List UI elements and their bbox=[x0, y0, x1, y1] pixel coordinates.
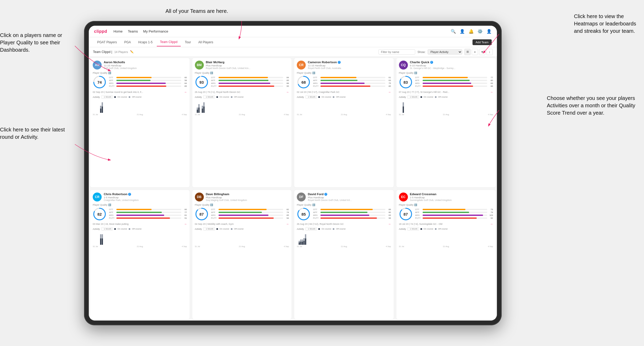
latest-round[interactable]: 18 Jul 23 | 74 (+4), Sunningdale GC - Ol… bbox=[399, 222, 493, 226]
stat-label: OTT bbox=[109, 76, 115, 79]
edit-icon[interactable]: ✏️ bbox=[130, 50, 134, 54]
player-avatar: EC bbox=[399, 193, 408, 201]
stat-label: PUTT bbox=[211, 85, 217, 87]
annotation-left-name: Click on a players name or Player Qualit… bbox=[0, 31, 74, 54]
player-name[interactable]: Cameron Robertson ✓ bbox=[308, 61, 391, 64]
on-course-dot bbox=[420, 96, 422, 98]
stat-row: OTT 77 bbox=[415, 76, 493, 79]
score-value: 87 bbox=[199, 212, 204, 216]
circle-score[interactable]: 93 bbox=[195, 75, 209, 89]
player-card[interactable]: AN Aaron Nicholls 11-15 Handicap Drift G… bbox=[90, 58, 190, 188]
score-value: 74 bbox=[97, 80, 102, 84]
settings-icon[interactable]: ⚙️ bbox=[477, 29, 483, 34]
filter-button[interactable]: ▼ bbox=[479, 49, 485, 55]
latest-round[interactable]: 07 Aug 23 | 77 (+7), St George's Hill GC… bbox=[399, 91, 493, 94]
player-card[interactable]: DF David Ford ✓ Plus Handicap Royal Nort… bbox=[294, 190, 394, 320]
player-card[interactable]: DB Dave Billingham Plus Handicap Soq Mag… bbox=[192, 190, 292, 320]
stats-bars: OTT 89 APP 80 ARG 83 PUTT 96 bbox=[313, 208, 391, 220]
activity-period[interactable]: · 1 Month bbox=[407, 227, 419, 231]
latest-round-arrow[interactable]: → bbox=[490, 222, 493, 226]
latest-round-text: 07 Aug 23 | 77 (+7), St George's Hill GC… bbox=[399, 91, 449, 93]
latest-round[interactable]: 04 Sep 23 | Mobility with coach, Gym → bbox=[195, 222, 289, 226]
player-card[interactable]: CR Chris Robertson ✓ 1-5 Handicap Craigm… bbox=[90, 190, 190, 320]
latest-round-arrow[interactable]: → bbox=[286, 91, 289, 94]
mini-chart bbox=[297, 100, 391, 113]
activity-period[interactable]: · 1 Month bbox=[101, 95, 113, 99]
player-card[interactable]: CQ Charlie Quick ✓ 6-10 Handicap St. Geo… bbox=[396, 58, 496, 188]
player-name[interactable]: Edward Crossman bbox=[410, 193, 493, 196]
user-icon[interactable]: 👤 bbox=[460, 29, 465, 34]
stat-bar-bg bbox=[116, 83, 181, 84]
stat-bar-bg bbox=[219, 209, 283, 210]
nav-home[interactable]: Home bbox=[113, 28, 123, 34]
subnav-all-players[interactable]: All Players bbox=[195, 38, 216, 46]
latest-round-arrow[interactable]: → bbox=[184, 91, 187, 94]
grid-view-button[interactable]: ⊞ bbox=[464, 49, 471, 55]
player-card[interactable]: EC Edward Crossman 1-5 Handicap Sunningd… bbox=[396, 190, 496, 320]
stat-value: 86 bbox=[488, 85, 493, 87]
player-name[interactable]: Chris Robertson ✓ bbox=[104, 193, 187, 196]
stat-bar-bg bbox=[116, 80, 181, 81]
player-name[interactable]: Aaron Nicholls bbox=[104, 61, 187, 64]
activity-period[interactable]: · 1 Month bbox=[203, 95, 215, 99]
stat-bar-bg bbox=[116, 217, 181, 219]
subnav-pga[interactable]: PGA bbox=[121, 38, 134, 46]
latest-round[interactable]: 02 Sep 23 | Sunrise round to get back in… bbox=[93, 91, 187, 94]
stat-value: 85 bbox=[386, 85, 391, 87]
player-name[interactable]: Dave Billingham bbox=[206, 193, 289, 196]
activity-period[interactable]: · 1 Month bbox=[101, 227, 113, 231]
player-name[interactable]: Blair McHarg bbox=[206, 61, 289, 64]
latest-round-arrow[interactable]: → bbox=[490, 91, 493, 94]
latest-round-text: 02 Jul 23 | 59 (+17), Craigmillar Park G… bbox=[297, 91, 340, 93]
activity-period[interactable]: · 1 Month bbox=[305, 95, 317, 99]
sort-button[interactable]: ↕ bbox=[486, 49, 493, 55]
player-card[interactable]: BM Blair McHarg Plus Handicap Royal Nort… bbox=[192, 58, 292, 188]
nav-performance[interactable]: My Performance bbox=[143, 28, 168, 34]
search-icon[interactable]: 🔍 bbox=[451, 29, 456, 34]
add-team-button[interactable]: Add Team bbox=[472, 39, 492, 45]
circle-score[interactable]: 74 bbox=[93, 75, 106, 89]
latest-round-arrow[interactable]: → bbox=[286, 222, 289, 226]
latest-round[interactable]: 02 Jul 23 | 59 (+17), Craigmillar Park G… bbox=[297, 91, 391, 94]
subnav-team-clippd[interactable]: Team Clippd bbox=[157, 38, 181, 46]
list-view-button[interactable]: ≡ bbox=[472, 49, 478, 55]
stat-row: ARG 83 bbox=[313, 214, 391, 216]
latest-round[interactable]: 26 Aug 23 | 73 (+1), Royal North Devon G… bbox=[195, 91, 289, 94]
circle-score[interactable]: 83 bbox=[399, 75, 413, 89]
player-club: Drift Golf Club, United Kingdom bbox=[104, 67, 187, 70]
subnav-pgat[interactable]: PGAT Players bbox=[94, 38, 120, 46]
filter-input[interactable] bbox=[378, 49, 415, 55]
stat-bar-bg bbox=[423, 217, 487, 219]
activity-period[interactable]: · 1 Month bbox=[203, 227, 215, 231]
circle-score[interactable]: 68 bbox=[297, 75, 310, 89]
chart-date-mid: 21 Aug bbox=[137, 245, 143, 248]
circle-score[interactable]: 85 bbox=[297, 207, 310, 221]
nav-icons: 🔍 👤 🔔 ⚙️ 👤 bbox=[451, 29, 492, 34]
quality-section: 82 OTT 60 APP 77 ARG 81 PUTT bbox=[93, 207, 187, 221]
stat-label: APP bbox=[415, 79, 422, 82]
avatar-icon[interactable]: 👤 bbox=[486, 29, 492, 34]
bell-icon[interactable]: 🔔 bbox=[469, 29, 474, 34]
chart-date-start: 31 Jul bbox=[399, 245, 404, 248]
circle-score[interactable]: 87 bbox=[195, 207, 209, 221]
player-name[interactable]: David Ford ✓ bbox=[308, 193, 391, 196]
show-select[interactable]: Player Activity Quality Score Trend bbox=[428, 49, 462, 55]
latest-round-arrow[interactable]: → bbox=[388, 222, 391, 226]
latest-round[interactable]: 03 Mar 23 | 19, Must make putting → bbox=[93, 222, 187, 226]
mini-chart bbox=[399, 232, 493, 245]
player-name[interactable]: Charlie Quick ✓ bbox=[410, 61, 493, 64]
activity-period[interactable]: · 1 Month bbox=[305, 227, 317, 231]
chart-dates: 31 Jul 21 Aug 4 Sep bbox=[399, 245, 493, 248]
circle-score[interactable]: 82 bbox=[93, 207, 106, 221]
nav-teams[interactable]: Teams bbox=[128, 28, 138, 34]
latest-round[interactable]: 26 Aug 23 | 84 (+12), Royal North Devon … bbox=[297, 222, 391, 226]
subnav-hcaps[interactable]: Hcaps 1-5 bbox=[135, 38, 156, 46]
subnav-tour[interactable]: Tour bbox=[182, 38, 194, 46]
latest-round-arrow[interactable]: → bbox=[184, 222, 187, 226]
stat-label: APP bbox=[211, 211, 217, 214]
activity-period[interactable]: · 1 Month bbox=[407, 95, 419, 99]
latest-round-arrow[interactable]: → bbox=[388, 91, 391, 94]
stats-bars: OTT 82 APP 74 ARG 85 PUTT 94 bbox=[211, 208, 289, 220]
circle-score[interactable]: 87 bbox=[399, 207, 413, 221]
player-card[interactable]: CR Cameron Robertson ✓ 11-15 Handicap Ro… bbox=[294, 58, 394, 188]
